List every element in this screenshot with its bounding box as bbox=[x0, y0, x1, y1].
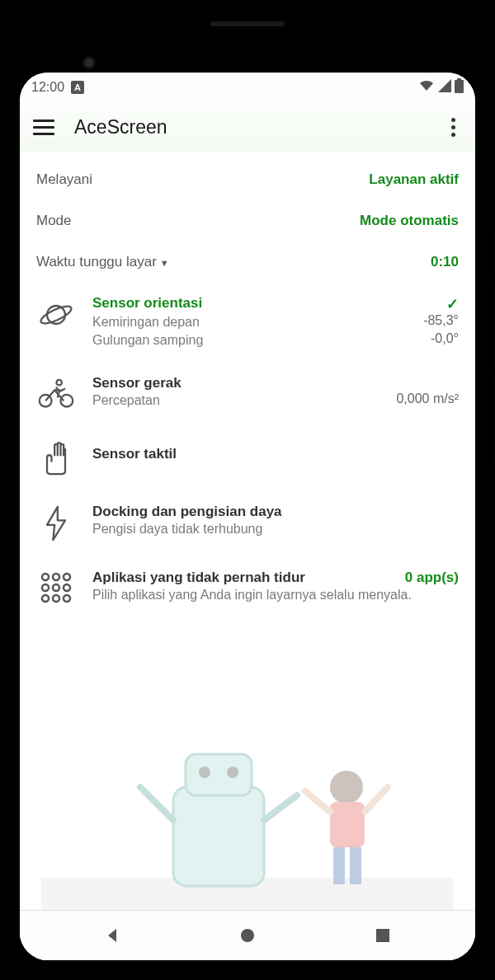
svg-rect-27 bbox=[333, 847, 345, 884]
app-bar: AceScreen bbox=[20, 102, 475, 152]
motion-sensor-item[interactable]: Sensor gerak Percepatan 0,000 m/s² bbox=[36, 375, 459, 413]
svg-rect-30 bbox=[376, 929, 389, 942]
service-label: Melayani bbox=[36, 171, 92, 188]
service-row[interactable]: Melayani Layanan aktif bbox=[36, 171, 459, 188]
svg-line-22 bbox=[264, 795, 297, 820]
status-time: 12:00 bbox=[31, 80, 64, 95]
more-options-icon[interactable] bbox=[445, 111, 462, 143]
accel-label: Percepatan bbox=[92, 392, 160, 410]
svg-point-10 bbox=[42, 584, 49, 591]
bicycle-icon bbox=[38, 377, 74, 413]
apps-count: 0 app(s) bbox=[405, 570, 459, 586]
planet-icon bbox=[38, 297, 74, 336]
docking-item[interactable]: Docking dan pengisian daya Pengisi daya … bbox=[36, 504, 459, 545]
svg-point-11 bbox=[53, 584, 59, 591]
svg-point-29 bbox=[241, 929, 254, 942]
never-sleep-apps-item[interactable]: Aplikasi yang tidak pernah tidur 0 app(s… bbox=[36, 570, 459, 607]
svg-rect-28 bbox=[350, 847, 361, 884]
menu-hamburger-icon[interactable] bbox=[33, 120, 54, 135]
accel-value: 0,000 m/s² bbox=[386, 392, 459, 410]
svg-point-12 bbox=[64, 584, 70, 591]
status-bar: 12:00 A bbox=[20, 73, 475, 102]
recent-apps-button[interactable] bbox=[370, 923, 395, 948]
svg-point-13 bbox=[42, 595, 49, 602]
svg-line-21 bbox=[140, 787, 173, 820]
orientation-title: Sensor orientasi bbox=[92, 295, 202, 313]
svg-rect-17 bbox=[173, 787, 264, 886]
svg-rect-24 bbox=[330, 802, 365, 847]
tilt-value: -85,3° bbox=[413, 313, 459, 331]
apps-grid-icon bbox=[40, 571, 73, 607]
back-button[interactable] bbox=[100, 923, 125, 948]
app-title: AceScreen bbox=[74, 116, 445, 138]
svg-rect-1 bbox=[457, 78, 461, 80]
robot-illustration bbox=[20, 746, 475, 911]
tilt-label: Kemiringan depan bbox=[92, 313, 200, 331]
roll-label: Gulungan samping bbox=[92, 331, 203, 349]
timeout-value: 0:10 bbox=[431, 254, 459, 270]
orientation-sensor-item[interactable]: Sensor orientasi ✓ Kemiringan depan -85,… bbox=[36, 295, 459, 350]
apps-title: Aplikasi yang tidak pernah tidur bbox=[92, 570, 305, 586]
svg-line-25 bbox=[305, 791, 330, 812]
chevron-down-icon: ▼ bbox=[160, 258, 169, 268]
wifi-icon bbox=[418, 79, 435, 96]
svg-point-14 bbox=[53, 595, 59, 602]
service-value: Layanan aktif bbox=[369, 171, 459, 188]
svg-point-6 bbox=[56, 380, 61, 385]
svg-rect-0 bbox=[455, 80, 464, 93]
battery-icon bbox=[455, 78, 464, 96]
svg-point-8 bbox=[53, 574, 59, 580]
roll-value: -0,0° bbox=[421, 331, 459, 349]
speaker-grille bbox=[210, 21, 285, 26]
front-camera bbox=[82, 56, 96, 69]
cellular-signal-icon bbox=[438, 79, 451, 96]
auto-rotate-lock-icon: A bbox=[71, 81, 84, 94]
svg-point-15 bbox=[64, 595, 70, 602]
mode-row[interactable]: Mode Mode otomatis bbox=[36, 213, 459, 229]
svg-point-23 bbox=[330, 771, 363, 804]
docking-title: Docking dan pengisian daya bbox=[92, 504, 459, 520]
svg-point-7 bbox=[42, 574, 49, 580]
motion-title: Sensor gerak bbox=[92, 375, 459, 392]
touch-title: Sensor taktil bbox=[92, 446, 459, 462]
touch-sensor-item[interactable]: Sensor taktil bbox=[36, 438, 459, 479]
content-area: Melayani Layanan aktif Mode Mode otomati… bbox=[20, 152, 475, 960]
timeout-row[interactable]: Waktu tunggu layar▼ 0:10 bbox=[36, 254, 459, 270]
bolt-icon bbox=[41, 505, 71, 545]
phone-device-frame: 12:00 A bbox=[0, 0, 495, 980]
svg-line-26 bbox=[365, 787, 388, 812]
mode-label: Mode bbox=[36, 213, 72, 229]
svg-rect-16 bbox=[41, 878, 454, 911]
apps-sub: Pilih aplikasi yang Anda ingin layarnya … bbox=[92, 586, 459, 604]
svg-point-9 bbox=[64, 574, 70, 580]
svg-rect-18 bbox=[186, 754, 252, 795]
svg-point-20 bbox=[227, 767, 238, 778]
android-nav-bar bbox=[20, 911, 475, 960]
home-button[interactable] bbox=[235, 923, 260, 948]
mode-value: Mode otomatis bbox=[360, 213, 459, 229]
docking-sub: Pengisi daya tidak terhubung bbox=[92, 520, 459, 538]
check-icon: ✓ bbox=[446, 295, 459, 313]
hand-icon bbox=[40, 439, 73, 479]
timeout-label: Waktu tunggu layar▼ bbox=[36, 254, 169, 270]
svg-point-19 bbox=[199, 767, 210, 778]
